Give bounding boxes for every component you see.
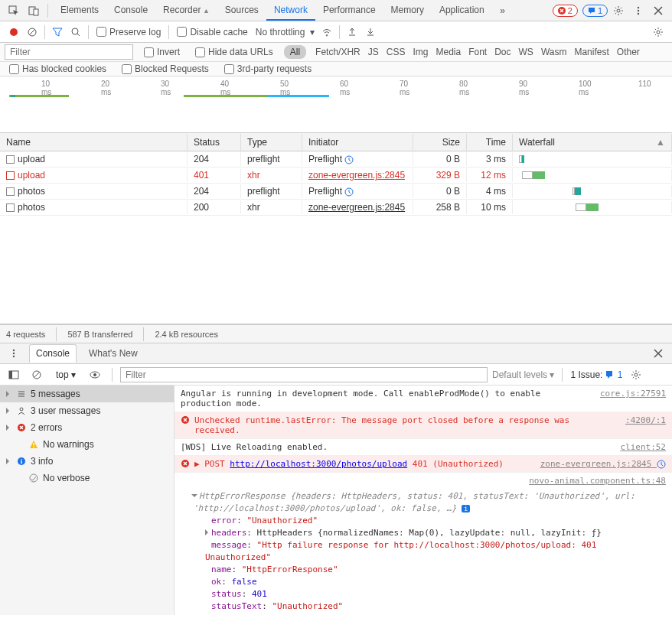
svg-point-35 bbox=[30, 474, 38, 482]
network-overview[interactable]: 10 ms20 ms30 ms40 ms50 ms60 ms70 ms80 ms… bbox=[0, 76, 672, 133]
network-row[interactable]: photos200xhrzone-evergreen.js:2845258 B1… bbox=[0, 200, 672, 216]
col-name[interactable]: Name bbox=[0, 134, 188, 151]
close-icon[interactable] bbox=[649, 345, 667, 362]
clear-console-icon[interactable] bbox=[28, 366, 46, 383]
filter-type-ws[interactable]: WS bbox=[516, 45, 537, 59]
sidebar-toggle-icon[interactable] bbox=[5, 366, 23, 383]
drawer-tab-whatsnew[interactable]: What's New bbox=[83, 345, 144, 362]
sidebar-item-info[interactable]: i3 info bbox=[0, 453, 174, 470]
preserve-log-checkbox[interactable]: Preserve log bbox=[92, 27, 165, 37]
gear-icon[interactable] bbox=[649, 24, 667, 41]
svg-rect-27 bbox=[606, 371, 612, 376]
filter-type-js[interactable]: JS bbox=[365, 45, 382, 59]
wifi-icon[interactable] bbox=[318, 24, 336, 41]
levels-select[interactable]: Default levels ▾ bbox=[492, 369, 554, 380]
filter-type-manifest[interactable]: Manifest bbox=[571, 45, 612, 59]
console-line[interactable]: ▶ POST http://localhost:3000/photos/uplo… bbox=[175, 456, 672, 473]
kebab-icon[interactable] bbox=[5, 345, 23, 362]
error-icon bbox=[181, 415, 190, 435]
overview-tick: 70 ms bbox=[400, 80, 418, 96]
context-select[interactable]: top ▾ bbox=[51, 367, 81, 382]
drawer-tab-console[interactable]: Console bbox=[29, 344, 77, 363]
console-line[interactable]: Unchecked runtime.lastError: The message… bbox=[175, 412, 672, 439]
sidebar-item-user[interactable]: 3 user messages bbox=[0, 402, 174, 419]
disable-cache-checkbox[interactable]: Disable cache bbox=[172, 27, 252, 37]
error-badge[interactable]: 2 bbox=[553, 5, 578, 17]
tab-console[interactable]: Console bbox=[106, 1, 155, 21]
tab-network[interactable]: Network bbox=[266, 1, 315, 21]
sidebar-item-list[interactable]: 5 messages bbox=[0, 386, 174, 402]
col-type[interactable]: Type bbox=[241, 134, 302, 151]
gear-icon[interactable] bbox=[609, 2, 628, 19]
throttling-select[interactable]: No throttling ▾ bbox=[253, 27, 318, 37]
upload-icon[interactable] bbox=[343, 24, 361, 41]
blocked-requests-checkbox[interactable]: Blocked Requests bbox=[117, 63, 214, 74]
col-status[interactable]: Status bbox=[188, 134, 241, 151]
hide-data-urls-checkbox[interactable]: Hide data URLs bbox=[191, 47, 278, 57]
tab-elements[interactable]: Elements bbox=[53, 1, 106, 21]
warn-icon bbox=[29, 440, 38, 449]
svg-rect-31 bbox=[33, 443, 34, 446]
filter-type-img[interactable]: Img bbox=[409, 45, 431, 59]
message-badge[interactable]: 1 bbox=[582, 5, 608, 17]
clear-icon[interactable] bbox=[23, 24, 41, 41]
tab-application[interactable]: Application bbox=[432, 1, 492, 21]
console-line[interactable]: [WDS] Live Reloading enabled.client:52 bbox=[175, 439, 672, 456]
sidebar-item-err[interactable]: 2 errors bbox=[0, 419, 174, 436]
err-icon bbox=[17, 423, 26, 432]
record-icon[interactable] bbox=[5, 24, 23, 41]
console-object[interactable]: HttpErrorResponse {headers: HttpHeaders,… bbox=[175, 489, 672, 615]
col-waterfall[interactable]: Waterfall▲ bbox=[513, 134, 672, 151]
kebab-icon[interactable] bbox=[629, 2, 648, 19]
network-row[interactable]: upload204preflightPreflight 0 B3 ms bbox=[0, 151, 672, 168]
filter-type-font[interactable]: Font bbox=[465, 45, 490, 59]
overview-tick: 10 ms bbox=[41, 80, 60, 96]
inspect-icon[interactable] bbox=[5, 2, 23, 19]
filter-type-css[interactable]: CSS bbox=[383, 45, 409, 59]
close-icon[interactable] bbox=[649, 2, 667, 19]
console-line[interactable]: Angular is running in development mode. … bbox=[175, 386, 672, 412]
filter-type-fetchxhr[interactable]: Fetch/XHR bbox=[312, 45, 364, 59]
third-party-checkbox[interactable]: 3rd-party requests bbox=[220, 63, 316, 74]
filter-type-wasm[interactable]: Wasm bbox=[538, 45, 570, 59]
status-resources: 2.4 kB resources bbox=[155, 330, 218, 339]
more-tabs-icon[interactable]: » bbox=[494, 2, 512, 19]
console-filter-input[interactable] bbox=[120, 367, 488, 382]
filter-type-other[interactable]: Other bbox=[614, 45, 643, 59]
svg-rect-13 bbox=[7, 155, 15, 163]
network-row[interactable]: photos204preflightPreflight 0 B4 ms bbox=[0, 184, 672, 200]
filter-icon[interactable] bbox=[48, 24, 67, 41]
sidebar-item-warn[interactable]: No warnings bbox=[0, 436, 174, 453]
search-icon[interactable] bbox=[67, 24, 85, 41]
sidebar-item-verbose[interactable]: No verbose bbox=[0, 470, 174, 486]
blocked-cookies-checkbox[interactable]: Has blocked cookies bbox=[5, 63, 111, 74]
invert-checkbox[interactable]: Invert bbox=[139, 47, 184, 57]
overview-tick: 100 ms bbox=[579, 80, 597, 96]
gear-icon[interactable] bbox=[627, 366, 645, 383]
console-line[interactable]: novo-animal.component.ts:48 bbox=[175, 473, 672, 489]
tab-sources[interactable]: Sources bbox=[217, 1, 266, 21]
svg-point-6 bbox=[638, 6, 639, 8]
col-initiator[interactable]: Initiator bbox=[302, 134, 413, 151]
svg-point-9 bbox=[10, 28, 18, 36]
download-icon[interactable] bbox=[361, 24, 380, 41]
eye-icon[interactable] bbox=[86, 366, 104, 383]
list-icon bbox=[17, 389, 26, 399]
filter-type-doc[interactable]: Doc bbox=[491, 45, 514, 59]
col-size[interactable]: Size bbox=[413, 134, 467, 151]
filter-all-pill[interactable]: All bbox=[284, 45, 306, 59]
issues-button[interactable]: 1 Issue: 1 bbox=[570, 369, 622, 380]
console-main[interactable]: Angular is running in development mode. … bbox=[175, 386, 672, 615]
tab-performance[interactable]: Performance bbox=[315, 1, 383, 21]
device-icon[interactable] bbox=[24, 2, 43, 19]
svg-point-28 bbox=[634, 373, 638, 376]
tab-memory[interactable]: Memory bbox=[383, 1, 432, 21]
filter-type-media[interactable]: Media bbox=[432, 45, 464, 59]
status-transferred: 587 B transferred bbox=[67, 330, 132, 339]
network-row[interactable]: upload401xhrzone-evergreen.js:2845329 B1… bbox=[0, 168, 672, 184]
overview-tick: 30 ms bbox=[161, 80, 179, 96]
tab-recorder[interactable]: Recorder ▲ bbox=[155, 1, 217, 21]
svg-point-21 bbox=[13, 356, 15, 357]
col-time[interactable]: Time bbox=[467, 134, 513, 151]
filter-input[interactable] bbox=[5, 44, 133, 60]
